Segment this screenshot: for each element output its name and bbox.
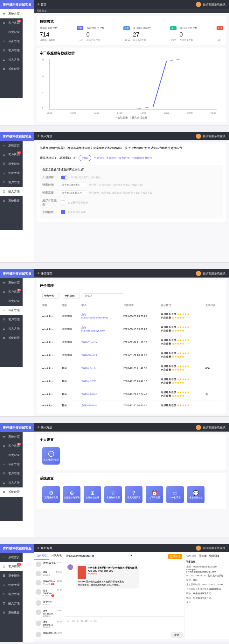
info-row: 备注： [186,601,227,604]
setting-card[interactable]: ☆客服评价设置 [104,486,122,503]
sidebar-item-access[interactable]: ⊡接入方法 [0,55,23,64]
brand: 青柠檬科技在线客服 [0,0,34,9]
send-button[interactable]: 发送 [171,632,183,638]
line-chart: 211470 08:0010:0012:0014:0016:0018:0020:… [49,59,217,110]
info-row: 状态：离线 [186,579,227,582]
info-row: 登录设备：手机浏览器Safari浏览器 [186,587,227,591]
sidebar-item-history[interactable]: ☷历史记录 [0,159,23,169]
screenshot-settings: 青柠檬科技在线客服 ▭系统首页 ⊙客户咨询13 ☷历史记录 ☆评价管理 ⚇客户管… [0,423,229,537]
chat-list-item[interactable]: 游客6013a28214694Ezuqll7 [34,608,64,619]
end-icon[interactable]: ⊘ [94,619,97,623]
gen-js-button[interactable]: 生成js [79,155,91,161]
sidebar-item-home[interactable]: ▭系统首页 [0,9,23,18]
sidebar-item-home[interactable]: ▭系统首页 [0,141,23,150]
chat-list: 当前对话排队列表 游客60840c...16:45游客5/1/93Ezuqll7… [34,552,64,639]
sidebar-item-access[interactable]: ⊡接入方法 [0,187,23,196]
message-input[interactable] [66,624,183,632]
review-table: 客服分组客户评价时间评价情况文字评价 adminkfs通用分组游客 605604… [40,301,223,411]
chat-list-item[interactable]: 游客6082ab18:13Ezuqll71 [34,578,64,587]
refresh-icon[interactable]: ⟳ [73,157,76,160]
table-row[interactable]: adminkfs售前游客5fd84ebe2020-12-15 10:30:21客… [40,401,222,410]
product-image [78,566,86,579]
chat-list-item[interactable]: 游客6082491618:19Ezuqll7 [34,619,64,630]
history-icon[interactable]: ⟲ [80,619,83,623]
tab-current[interactable]: 当前对话 [34,552,49,560]
setting-card[interactable]: 💬客服微信对接 [187,486,205,503]
chat-list-item[interactable]: 游客60840c6...16:49Ezuqll71 [34,587,64,599]
svg-point-3 [52,453,52,454]
popup-toggle[interactable] [61,176,68,179]
filter-search-input[interactable] [83,293,123,298]
svg-point-1 [50,453,50,454]
setting-card[interactable]: ⚙通用基础设置 [42,486,60,503]
sidebar-item-consult[interactable]: ⊙客户咨询12 [0,150,23,159]
gen-wechat-button[interactable]: 生成微信公众号链接 [106,156,129,160]
setting-card[interactable]: ?常见问题设置 [125,486,142,503]
header: ⁜ 首页在线客服系统在线 [34,0,229,9]
setting-card[interactable]: ⊕客服添加与管理 [63,486,80,503]
user-avatar-icon [67,564,73,570]
stat-box: 当前排队用户数总数0接待总用户数16 ☰ [87,26,130,42]
chart-title: 今日客服服务数据趋势 [40,51,223,56]
chat-list-item[interactable]: 游客60811c62/6/55 [34,630,64,639]
popup-height-input[interactable] [61,191,86,195]
avatar-icon[interactable] [196,2,201,7]
access-desc: 部署网页组件(推荐)：网页咨询组件同时支持桌面网站和移动网站，提供强大的用户行为… [40,146,223,150]
screenshot-reviews: 青柠檬科技在线客服 ▭系统首页 ⊙客户咨询14 ☷历史记录 ☆评价管理 ⚇客户管… [0,269,229,417]
setting-card[interactable]: ▭TAB栏设置 [166,486,184,503]
file-icon[interactable]: ⎙ [77,619,79,623]
sidebar-item-review[interactable]: ☆评价管理 [0,37,23,46]
float-color-picker[interactable] [61,200,65,205]
table-row[interactable]: adminkfs通用分组游客600az0ef2021-01-22 20:12:0… [40,349,222,361]
image-icon[interactable]: ▭ [72,619,75,623]
emoji-icon[interactable]: ☺ [67,619,70,623]
sidebar-item-customer[interactable]: ⚇客户管理 [0,46,23,55]
transfer-icon[interactable]: ⇄ [85,619,87,623]
greeting-card[interactable]: 首次对话时候语 [42,447,60,465]
tab-queue[interactable]: 排队列表 [49,552,64,560]
svg-point-2 [51,453,52,454]
tab-bar: 系统首页 [34,9,229,13]
pin-button[interactable]: 置顶对话 [168,554,182,559]
info-row: 来源：https://shopxo.802x.com index.php?s=/… [186,565,227,573]
chat-toolbar: ☺ ▭ ⎙ ⟲ ⇄ ☆ ⊘ [66,618,183,624]
gen-link-button[interactable]: 生成我的专属链接 [132,156,152,160]
theme-color-picker[interactable] [61,210,65,214]
info-row: 上次登录时间：2021-04-24 21:18:06 [186,583,227,586]
table-row[interactable]: adminkfs通用分组游客601faf1bc2021-02-04 21:18:… [40,336,222,348]
tab-quick[interactable]: 快捷回复 [209,554,219,558]
sidebar: ▭系统首页 ⊙客户咨询20 ☷历史记录 ☆评价管理 ⚇客户管理 ⊡接入方法 ⚙系… [0,9,23,98]
sidebar-item-customer[interactable]: ⚇客户管理 [0,178,23,187]
sidebar-item-history[interactable]: ☷历史记录 [0,28,23,37]
popup-time-input[interactable] [61,183,86,187]
setting-card[interactable]: ⏰上下班设置 [146,486,163,503]
chat-list-item[interactable]: 游客60840c...16:45 [34,560,64,569]
tab-blacklist[interactable]: 黑名单 [199,554,207,558]
info-row: 昵称：双击编辑联系方式 [186,592,227,595]
screenshot-chat: 青柠檬科技在线客服 ▭系统首页 ⊙客户咨询13 ☷历史记录 ☆评价管理 ⚇客户管… [0,544,229,642]
star-icon[interactable]: ☆ [89,619,92,623]
info-panel: 访客信息 黑名单 快捷回复 访客信息 来源：https://shopxo.802… [184,552,229,639]
info-row: IP：122.159.240.50 (北京,北京,朝阳) [186,574,227,577]
table-row[interactable]: adminkfs通用分组游客 605604654d)5m8c44a62021-0… [40,310,222,322]
tab-visitor[interactable]: 访客信息 [186,554,197,558]
sidebar-item-settings[interactable]: ⚙系统设置 [0,196,23,205]
table-row[interactable]: adminkfs通用分组游客 60549fad8fp4ys3p072021-03… [40,323,222,335]
sidebar-item-settings[interactable]: ⚙系统设置 [0,64,23,74]
table-row[interactable]: adminkfs售前游客5fe6ee0e2020-12-26 21:42:35客… [40,362,222,374]
chat-list-item[interactable]: 游客5/1/93Ezuqll7 [34,569,64,578]
chat-message: MIUI小米 小米手机4 米4代 MI4智能4G手机包邮 黑色 D-LTE（4G… [67,564,181,588]
chart-legend: ○ 会话总量 ○ 接入会话总量 [40,116,223,119]
filter-all-select[interactable]: 全部评价 [42,293,59,299]
overview-title: 数据总览 [40,19,223,24]
sidebar-item-review[interactable]: ☆评价管理 [0,169,23,178]
table-row[interactable]: adminkfs售前游客5fe320f52020-12-23 23:47:12客… [40,375,222,387]
filter-group-select[interactable]: 全部分组 [63,293,80,299]
chat-user: 游客608249fb3fqb5iu7z5 [66,554,94,559]
table-row[interactable]: adminkfs售前游客5fe201652020-12-22 22:24:40客… [40,388,222,400]
sidebar-item-consult[interactable]: ⊙客户咨询20 [0,18,23,28]
refresh-icon[interactable]: ⟳ [130,554,132,559]
setting-card[interactable]: ⊞客服分组管理 [84,486,101,503]
gen-html-button[interactable]: 生成html [94,156,104,160]
chat-list-item[interactable]: 游客6083...Ezuqll7 [34,599,64,608]
